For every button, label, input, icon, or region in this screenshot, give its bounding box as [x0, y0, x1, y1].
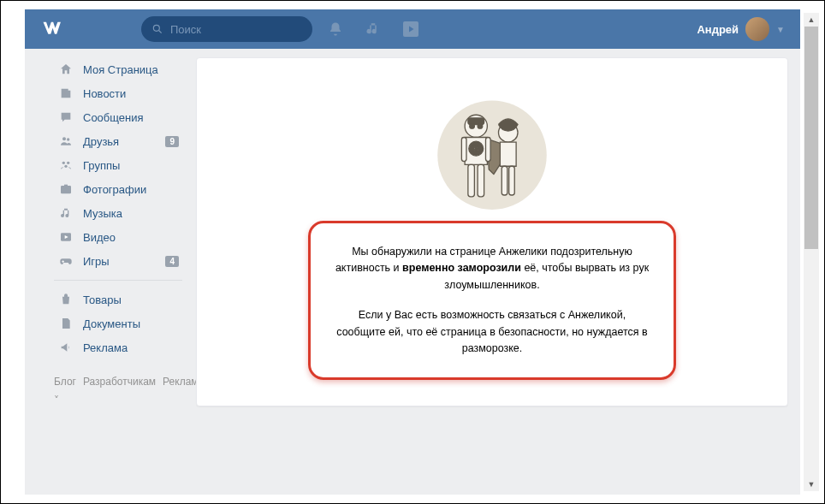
sidebar-item-home[interactable]: Моя Страница	[54, 57, 182, 81]
svg-line-1	[159, 31, 162, 33]
footer-link[interactable]: Блог	[54, 376, 76, 388]
user-menu[interactable]: Андрей ▼	[697, 17, 785, 41]
content-panel: B	[196, 57, 788, 406]
vk-logo[interactable]	[40, 17, 64, 41]
frozen-illustration: B	[428, 92, 556, 212]
frozen-notice: Мы обнаружили на странице Анжелики подоз…	[308, 221, 676, 380]
svg-point-6	[64, 165, 67, 168]
sidebar-item-label: Документы	[83, 317, 179, 330]
sidebar-item-music[interactable]: Музыка	[54, 201, 182, 225]
ads-icon	[57, 339, 74, 356]
photos-icon	[57, 181, 74, 198]
search-placeholder: Поиск	[170, 23, 201, 36]
svg-rect-22	[468, 164, 475, 197]
sidebar-item-ads[interactable]: Реклама	[54, 335, 182, 359]
sidebar-item-news[interactable]: Новости	[54, 81, 182, 105]
groups-icon	[57, 157, 74, 174]
sidebar-item-label: Видео	[83, 231, 179, 244]
sidebar-item-label: Сообщения	[83, 111, 179, 124]
sidebar-item-label: Игры	[83, 255, 165, 268]
friends-icon	[57, 133, 74, 150]
sidebar-item-docs[interactable]: Документы	[54, 311, 182, 335]
svg-rect-21	[486, 138, 491, 162]
svg-rect-9	[64, 185, 68, 187]
music-icon[interactable]	[365, 21, 381, 37]
sidebar-item-label: Моя Страница	[83, 63, 179, 76]
games-icon	[57, 252, 74, 270]
svg-rect-20	[461, 138, 466, 162]
sidebar-item-label: Реклама	[83, 341, 179, 354]
svg-point-5	[67, 162, 69, 164]
svg-point-8	[64, 188, 68, 192]
docs-icon	[57, 315, 74, 332]
sidebar-item-label: Новости	[83, 87, 179, 100]
svg-point-0	[153, 25, 159, 31]
scrollbar[interactable]: ▲ ▼	[804, 13, 819, 491]
sidebar-item-label: Музыка	[83, 207, 179, 220]
footer-link[interactable]: Разработчикам	[83, 376, 156, 388]
footer-links: БлогРазработчикамРекламаЕщё ˅	[54, 373, 182, 410]
scroll-up-button[interactable]: ▲	[804, 13, 819, 27]
svg-point-11	[68, 260, 68, 261]
sidebar-item-photos[interactable]: Фотографии	[54, 177, 182, 201]
notice-line-2: Если у Вас есть возможность связаться с …	[333, 307, 651, 357]
avatar	[745, 17, 769, 41]
chevron-down-icon: ▼	[776, 25, 785, 34]
svg-point-4	[62, 162, 65, 164]
scroll-down-button[interactable]: ▼	[804, 477, 819, 491]
scroll-thumb[interactable]	[804, 27, 818, 249]
svg-point-12	[68, 262, 69, 263]
notifications-icon[interactable]	[328, 21, 343, 37]
sidebar-item-msg[interactable]: Сообщения	[54, 105, 182, 129]
svg-point-3	[67, 138, 69, 140]
music-icon	[57, 205, 74, 222]
video-play-icon[interactable]	[403, 21, 418, 37]
svg-rect-15	[468, 118, 484, 125]
msg-icon	[57, 109, 74, 126]
sidebar-item-label: Друзья	[83, 135, 165, 148]
sidebar-item-label: Товары	[83, 294, 179, 306]
sidebar-item-video[interactable]: Видео	[54, 225, 182, 249]
header: Поиск Андрей ▼	[25, 9, 800, 49]
sidebar-item-friends[interactable]: Друзья9	[54, 129, 182, 153]
sidebar-item-shop[interactable]: Товары	[54, 288, 182, 311]
search-input[interactable]: Поиск	[141, 16, 312, 42]
shop-icon	[57, 291, 74, 308]
user-name: Андрей	[697, 23, 739, 36]
svg-point-2	[62, 137, 66, 140]
divider	[54, 280, 182, 281]
svg-text:B: B	[473, 145, 479, 153]
sidebar-item-groups[interactable]: Группы	[54, 153, 182, 177]
home-icon	[57, 61, 74, 78]
sidebar-item-games[interactable]: Игры4	[54, 249, 182, 273]
news-icon	[57, 85, 74, 102]
notice-line-1: Мы обнаружили на странице Анжелики подоз…	[333, 244, 651, 294]
video-icon	[57, 228, 74, 246]
svg-point-17	[478, 124, 483, 129]
svg-rect-26	[509, 166, 515, 195]
svg-point-16	[470, 124, 475, 129]
sidebar: Моя СтраницаНовостиСообщенияДрузья9Групп…	[54, 57, 182, 495]
sidebar-item-label: Фотографии	[83, 183, 179, 196]
svg-rect-25	[502, 166, 507, 195]
svg-rect-23	[478, 164, 484, 197]
sidebar-item-label: Группы	[83, 159, 179, 172]
badge: 9	[165, 136, 179, 147]
badge: 4	[165, 256, 179, 267]
search-icon	[151, 23, 163, 35]
